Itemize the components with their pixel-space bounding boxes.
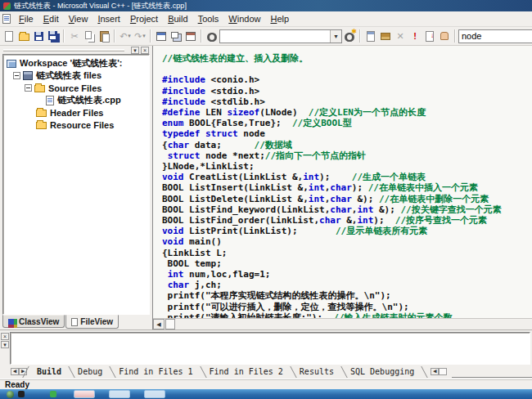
tree-expand-icon[interactable] — [25, 84, 32, 92]
build-output-content[interactable] — [10, 332, 530, 365]
code-line: {LinkList L; — [162, 248, 532, 258]
tree-item[interactable]: Source Files — [7, 82, 149, 94]
taskbar-window-button[interactable] — [74, 390, 95, 398]
new-file-button[interactable] — [2, 29, 16, 43]
output-hscroll-thumb[interactable] — [439, 368, 447, 375]
menu-help[interactable]: Help — [265, 13, 294, 25]
paste-button[interactable] — [97, 29, 111, 43]
windows-taskbar — [0, 389, 532, 399]
redo-button[interactable]: ↷▾ — [133, 29, 147, 43]
tree-item[interactable]: Workspace '链式线性表': — [7, 57, 149, 69]
compile-button[interactable] — [363, 29, 378, 43]
workspace-gripper[interactable]: ▾ × — [0, 46, 152, 54]
document-icon[interactable] — [2, 14, 11, 24]
menu-build[interactable]: Build — [163, 13, 192, 25]
tab-fileview[interactable]: FileView — [65, 315, 119, 329]
fileview-tree[interactable]: Workspace '链式线性表':链式线性表 filesSource File… — [2, 54, 150, 315]
build-button[interactable] — [378, 29, 393, 43]
dock-toggle-icon[interactable]: ▾ — [1, 341, 9, 348]
tab-label: ClassView — [19, 317, 59, 326]
output-gripper[interactable]: × ▾ — [0, 330, 10, 379]
code-line — [162, 64, 532, 74]
close-icon[interactable]: × — [141, 47, 149, 54]
output-tab-debug[interactable]: Debug — [70, 366, 110, 378]
save-all-button[interactable] — [46, 29, 61, 43]
menu-tools[interactable]: Tools — [193, 13, 224, 25]
main-area: ▾ × Workspace '链式线性表':链式线性表 filesSource … — [0, 46, 532, 330]
output-tab-sql-debugging[interactable]: SQL Debugging — [342, 366, 422, 378]
tree-item-label: Header Files — [50, 108, 103, 118]
save-button[interactable] — [31, 29, 46, 43]
folder-icon — [36, 110, 47, 117]
workspace-icon — [7, 60, 16, 68]
tree-item[interactable]: Resource Files — [7, 119, 149, 131]
tree-item[interactable]: 链式线性表 files — [7, 69, 149, 82]
workspace-pane-button[interactable] — [154, 29, 169, 43]
menu-window[interactable]: Window — [223, 13, 265, 25]
tree-item[interactable]: Header Files — [7, 106, 149, 119]
code-line: enum BOOL{False,True}; //定义BOOL型 — [162, 118, 532, 128]
toolbar-separator — [359, 29, 361, 43]
close-icon[interactable]: × — [1, 333, 9, 340]
search-icon[interactable] — [205, 29, 219, 43]
output-tab-results[interactable]: Results — [291, 366, 342, 378]
menu-edit[interactable]: Edit — [38, 13, 64, 25]
code-text-area[interactable]: //链式线性表的建立、插入及删除。 #include <conio.h>#inc… — [153, 46, 532, 318]
dock-toggle-icon[interactable]: ▾ — [131, 47, 139, 54]
code-line: //链式线性表的建立、插入及删除。 — [162, 53, 532, 64]
wizardbar-class-combobox[interactable]: node ▼ — [458, 29, 532, 43]
output-hscroll-left-icon[interactable]: ◀ — [431, 368, 439, 375]
tree-item[interactable]: 链式线性表.cpp — [7, 94, 149, 106]
start-button[interactable] — [7, 391, 14, 398]
copy-button[interactable] — [82, 29, 97, 43]
taskbar-icon[interactable] — [18, 391, 25, 397]
window-list-button[interactable] — [183, 29, 198, 43]
undo-button[interactable]: ↶▾ — [118, 29, 133, 43]
code-line: typedef struct node — [162, 128, 532, 139]
tab-scroll-left-icon[interactable]: ◀ — [11, 368, 19, 375]
output-tab-find-in-files-2[interactable]: Find in Files 2 — [201, 366, 291, 378]
code-line: BOOL ListInsert(LinkList &,int,char); //… — [162, 182, 532, 193]
workspace-tabs: ClassViewFileView — [0, 315, 152, 330]
vc-main-window: 链式线性表 - Microsoft Visual C++ - [链式线性表.cp… — [0, 0, 532, 399]
output-tab-find-in-files-1[interactable]: Find in Files 1 — [110, 366, 201, 378]
stop-build-button[interactable]: ✕ — [393, 29, 408, 43]
taskbar-window-button[interactable] — [109, 390, 130, 398]
code-line: printf("本程序实现链式结构的线性表的操作。\n"); — [162, 290, 532, 301]
code-line: printf("可以进行插入，删除，定位，查找等操作。\n"); — [162, 302, 532, 312]
tab-classview[interactable]: ClassView — [2, 315, 65, 328]
menu-view[interactable]: View — [64, 13, 93, 25]
execute-button[interactable]: ! — [408, 29, 422, 43]
scroll-left-icon[interactable]: ◀ — [153, 319, 165, 330]
menu-bar: FileEditViewInsertProjectBuildToolsWindo… — [0, 11, 532, 27]
menu-file[interactable]: File — [14, 13, 38, 25]
find-combobox-dropdown[interactable]: ▼ — [330, 30, 341, 43]
tree-item-label: Workspace '链式线性表': — [20, 57, 122, 69]
menu-project[interactable]: Project — [125, 13, 163, 25]
code-line: char j,ch; — [162, 280, 532, 290]
code-line: #define LEN sizeof(LNode) //定义LEN为一个节点的长… — [162, 107, 532, 118]
code-line: printf("请输入初始时链表长度:"); //输入生成链表时的元素个数 — [162, 312, 532, 318]
open-file-button[interactable] — [16, 29, 31, 43]
output-window: × ▾ ◀ ▶ BuildDebugFind in Files 1Find in… — [0, 330, 532, 379]
app-icon — [3, 2, 11, 10]
find-combobox[interactable]: ▼ — [219, 29, 342, 43]
file-icon — [46, 96, 54, 105]
go-debug-button[interactable]: ↓ — [422, 29, 437, 43]
output-pane-button[interactable] — [169, 29, 183, 43]
taskbar-icon[interactable] — [50, 391, 56, 397]
wizardbar-class-value[interactable]: node — [459, 31, 532, 41]
project-icon — [23, 71, 33, 80]
breakpoint-hand-icon[interactable] — [437, 29, 452, 43]
find-in-files-icon[interactable]: ✱ — [342, 29, 357, 43]
output-tab-build[interactable]: Build — [29, 366, 70, 378]
editor-hscrollbar[interactable]: ◀ — [153, 318, 532, 330]
cut-button[interactable]: ✂ — [67, 29, 82, 43]
taskbar-window-button[interactable] — [144, 390, 165, 398]
title-bar: 链式线性表 - Microsoft Visual C++ - [链式线性表.cp… — [0, 0, 532, 11]
menu-insert[interactable]: Insert — [92, 13, 125, 25]
tree-expand-icon[interactable] — [13, 72, 20, 79]
code-line: BOOL ListDelete(LinkList &,int,char &); … — [162, 194, 532, 204]
hscroll-thumb[interactable] — [165, 319, 175, 330]
tree-item-label: 链式线性表 files — [36, 69, 101, 82]
